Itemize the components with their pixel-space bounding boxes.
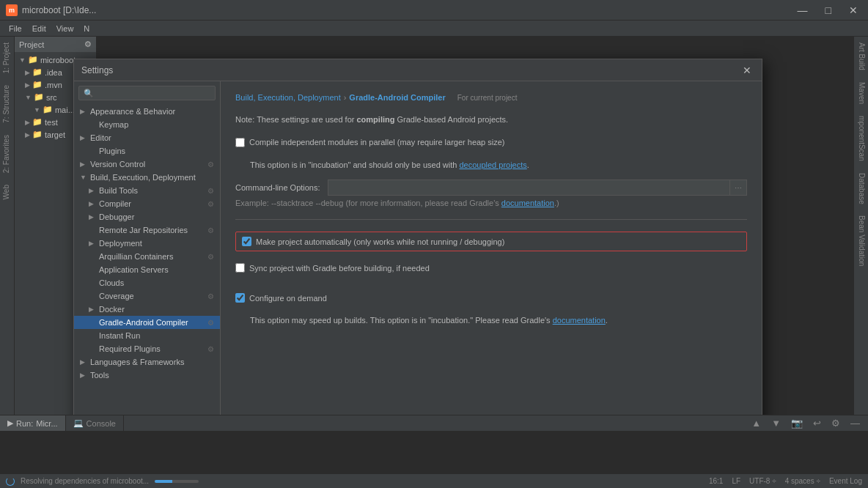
nav-label-build-tools: Build Tools xyxy=(99,186,138,195)
status-position[interactable]: 16:1 xyxy=(709,477,723,485)
nav-item-appearance[interactable]: ▶ Appearance & Behavior xyxy=(74,105,220,118)
nav-item-required-plugins[interactable]: Required Plugins ⚙ xyxy=(74,342,220,355)
status-indent[interactable]: 4 spaces ÷ xyxy=(785,477,820,485)
decoupled-link[interactable]: decoupled projects xyxy=(459,160,526,169)
nav-item-build-tools[interactable]: ▶ Build Tools ⚙ xyxy=(74,184,220,197)
side-tab-project[interactable]: 1: Project xyxy=(0,37,14,79)
side-tab-structure[interactable]: 7: Structure xyxy=(0,79,14,129)
dialog-body: ▶ Appearance & Behavior Keymap ▶ Editor xyxy=(74,81,762,415)
nav-label-instant-run: Instant Run xyxy=(99,331,140,340)
nav-item-arquillian[interactable]: Arquillian Containers ⚙ xyxy=(74,250,220,263)
menu-view[interactable]: View xyxy=(52,23,78,34)
incubation-end: . xyxy=(527,160,529,169)
project-panel-title: Project xyxy=(19,40,44,49)
ide-maximize-btn[interactable]: □ xyxy=(821,3,836,18)
nav-item-app-servers[interactable]: Application Servers xyxy=(74,263,220,276)
right-tab-artbuild[interactable]: Art Build xyxy=(854,37,868,76)
checkbox-configure[interactable] xyxy=(235,293,245,303)
console-icon: 💻 xyxy=(73,418,84,428)
nav-item-tools[interactable]: ▶ Tools xyxy=(74,369,220,382)
nav-item-remote-jar[interactable]: Remote Jar Repositories ⚙ xyxy=(74,223,220,237)
checkbox-make-project[interactable] xyxy=(242,237,251,246)
bottom-tabs: ▶ Run: Micr... 💻 Console ▲ ▼ 📷 ↩ ⚙ — xyxy=(0,415,868,432)
bottom-tab-console[interactable]: 💻 Console xyxy=(66,415,124,431)
checkbox-parallel[interactable] xyxy=(235,138,245,147)
status-line-ending[interactable]: LF xyxy=(732,477,740,485)
nav-label-languages: Languages & Frameworks xyxy=(90,358,184,366)
ide-title-left: m microboot [D:\Ide... xyxy=(6,4,96,16)
incubation-text: This option is in "incubation" and shoul… xyxy=(250,160,459,169)
nav-item-build-exec[interactable]: ▼ Build, Execution, Deployment xyxy=(74,171,220,184)
checkbox-sync-row: Sync project with Gradle before building… xyxy=(235,260,747,276)
ide-window-controls: — □ ✕ xyxy=(793,3,862,18)
run-down-btn[interactable]: ▼ xyxy=(768,415,784,431)
nav-gear-coverage: ⚙ xyxy=(207,292,214,300)
nav-label-gradle-android: Gradle-Android Compiler xyxy=(99,318,188,327)
dialog-search-input[interactable] xyxy=(78,86,216,100)
ide-minimize-btn[interactable]: — xyxy=(793,3,812,18)
run-settings-btn[interactable]: ⚙ xyxy=(828,415,844,431)
dialog-title: Settings xyxy=(81,65,113,75)
nav-item-editor[interactable]: ▶ Editor xyxy=(74,131,220,144)
nav-label-debugger: Debugger xyxy=(99,212,134,221)
right-tab-beanvalidation[interactable]: Bean Validation xyxy=(854,210,868,272)
dialog-title-bar: Settings ✕ xyxy=(74,59,762,81)
nav-item-keymap[interactable]: Keymap xyxy=(74,118,220,131)
nav-item-clouds[interactable]: Clouds xyxy=(74,276,220,289)
breadcrumb-project: For current project xyxy=(457,94,518,102)
side-tab-favorites[interactable]: 2: Favorites xyxy=(0,129,14,179)
documentation-link2[interactable]: documentation xyxy=(553,316,606,325)
right-tab-componentscan[interactable]: mponentScan xyxy=(854,110,868,167)
nav-gear-build-tools: ⚙ xyxy=(207,187,214,195)
nav-label-deployment: Deployment xyxy=(99,239,142,248)
breadcrumb-link1[interactable]: Build, Execution, Deployment xyxy=(235,93,341,102)
nav-item-gradle-android[interactable]: Gradle-Android Compiler ⚙ xyxy=(74,316,220,329)
ide-close-btn[interactable]: ✕ xyxy=(845,3,862,18)
menu-edit[interactable]: Edit xyxy=(28,23,51,34)
nav-item-version-control[interactable]: ▶ Version Control ⚙ xyxy=(74,158,220,171)
console-label: Console xyxy=(87,419,116,428)
project-panel-menu-icon[interactable]: ⚙ xyxy=(84,40,92,49)
breadcrumb: Build, Execution, Deployment › Gradle-An… xyxy=(235,93,747,102)
tree-label-mvn: .mvn xyxy=(45,81,62,89)
run-up-btn[interactable]: ▲ xyxy=(748,415,765,431)
nav-item-deployment[interactable]: ▶ Deployment xyxy=(74,237,220,250)
status-bar: Resolving dependencies of microboot... 1… xyxy=(0,473,868,488)
status-encoding[interactable]: UTF-8 ÷ xyxy=(749,477,776,485)
side-tab-web[interactable]: Web xyxy=(0,179,14,205)
settings-dialog: Settings ✕ ▶ Appearance & Behavior xyxy=(73,59,762,415)
menu-file[interactable]: File xyxy=(4,23,26,34)
status-event-log[interactable]: Event Log xyxy=(829,477,862,485)
cmd-expand-btn[interactable]: ⋯ xyxy=(730,180,747,196)
nav-gear-compiler: ⚙ xyxy=(207,200,214,208)
documentation-link1[interactable]: documentation xyxy=(501,199,554,207)
right-tab-database[interactable]: Database xyxy=(854,167,868,210)
nav-item-languages[interactable]: ▶ Languages & Frameworks xyxy=(74,355,220,369)
nav-item-instant-run[interactable]: Instant Run xyxy=(74,329,220,342)
nav-gear-arquillian: ⚙ xyxy=(207,253,214,261)
nav-label-appearance: Appearance & Behavior xyxy=(90,107,175,116)
nav-item-plugins[interactable]: Plugins xyxy=(74,144,220,158)
nav-label-clouds: Clouds xyxy=(99,278,124,287)
run-wrap-btn[interactable]: ↩ xyxy=(809,415,825,431)
nav-label-compiler: Compiler xyxy=(99,199,131,208)
note-bold: compiling xyxy=(357,115,395,124)
run-close-btn[interactable]: — xyxy=(847,415,864,431)
nav-item-debugger[interactable]: ▶ Debugger xyxy=(74,210,220,223)
note-suffix: Gradle-based Android projects. xyxy=(394,115,508,124)
menu-navigate[interactable]: N xyxy=(79,23,94,34)
nav-item-docker[interactable]: ▶ Docker xyxy=(74,303,220,316)
bottom-tab-run[interactable]: ▶ Run: Micr... xyxy=(0,415,66,431)
cmd-input-field[interactable] xyxy=(328,180,730,196)
checkbox-sync[interactable] xyxy=(235,263,245,273)
nav-item-compiler[interactable]: ▶ Compiler ⚙ xyxy=(74,197,220,210)
right-tab-maven[interactable]: Maven xyxy=(854,76,868,110)
bottom-panel: ▶ Run: Micr... 💻 Console ▲ ▼ 📷 ↩ ⚙ — xyxy=(0,415,868,473)
cmd-field-group: ⋯ xyxy=(328,180,747,196)
run-camera-btn[interactable]: 📷 xyxy=(787,415,806,431)
status-progress-bar xyxy=(155,480,199,483)
status-right: 16:1 LF UTF-8 ÷ 4 spaces ÷ Event Log xyxy=(709,477,862,485)
dialog-close-btn[interactable]: ✕ xyxy=(740,64,754,76)
cmd-options-section: Command-line Options: ⋯ Example: --stack… xyxy=(235,180,747,207)
nav-item-coverage[interactable]: Coverage ⚙ xyxy=(74,289,220,303)
